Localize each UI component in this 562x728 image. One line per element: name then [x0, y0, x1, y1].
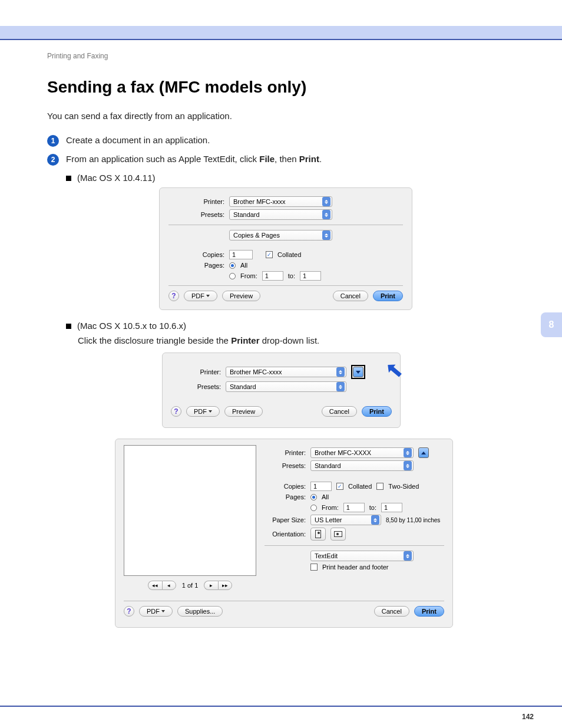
preview-column: ◂◂ ◂ 1 of 1 ▸ ▸▸: [124, 445, 256, 592]
nav-last-button[interactable]: ▸▸: [218, 581, 232, 590]
disclosure-button[interactable]: [353, 367, 363, 377]
from-input[interactable]: 1: [262, 271, 283, 281]
print-dialog-10-4: Printer: Brother MFC-xxxx Presets: Stand…: [159, 187, 412, 310]
page-number: 142: [522, 713, 534, 721]
pages-from-radio[interactable]: [229, 273, 236, 279]
twosided-checkbox[interactable]: [376, 483, 384, 490]
bullet-icon: [66, 176, 71, 181]
presets-select[interactable]: Standard: [226, 381, 346, 392]
step-2: 2 From an application such as Apple Text…: [47, 154, 518, 166]
preview-button[interactable]: Preview: [222, 291, 260, 301]
page-of-label: 1 of 1: [182, 582, 199, 589]
sub-bold: Printer: [231, 335, 259, 345]
bullet-icon: [66, 324, 71, 329]
pages-all-label: All: [322, 493, 329, 500]
pages-all-radio[interactable]: [229, 262, 236, 269]
breadcrumb: Printing and Faxing: [47, 52, 518, 60]
printer-value: Brother MFC-XXXX: [315, 449, 371, 456]
orientation-landscape-button[interactable]: [330, 528, 346, 541]
disclosure-highlight: [351, 365, 365, 379]
papersize-value: US Letter: [315, 516, 342, 523]
pdf-button[interactable]: PDF: [186, 406, 220, 417]
copies-label: Copies:: [265, 483, 306, 490]
pdf-button[interactable]: PDF: [139, 606, 173, 617]
top-accent-bar: [0, 26, 562, 40]
to-input[interactable]: 1: [300, 271, 321, 281]
papersize-label: Paper Size:: [265, 516, 306, 523]
preview-button[interactable]: Preview: [224, 406, 263, 417]
supplies-button[interactable]: Supplies...: [177, 606, 223, 617]
divider: [168, 285, 403, 286]
copies-input[interactable]: 1: [310, 482, 332, 491]
disclosure-collapse-button[interactable]: [418, 447, 429, 458]
presets-select[interactable]: Standard: [310, 460, 414, 471]
printer-value: Brother MFC-xxxx: [233, 198, 286, 205]
step-2-text: From an application such as Apple TextEd…: [66, 154, 322, 166]
orientation-label: Orientation:: [265, 531, 306, 538]
collated-checkbox[interactable]: ✓: [336, 483, 343, 490]
page-title: Sending a fax (MFC models only): [47, 78, 518, 97]
updown-icon: [404, 461, 412, 470]
landscape-icon: [334, 531, 342, 537]
copies-label: Copies:: [168, 251, 224, 258]
chevron-up-icon: [421, 452, 426, 454]
printer-select[interactable]: Brother MFC-xxxx: [229, 196, 332, 207]
printer-label: Printer:: [168, 198, 224, 205]
papersize-select[interactable]: US Letter: [310, 515, 381, 525]
content: Printing and Faxing Sending a fax (MFC m…: [47, 52, 518, 638]
section-value: TextEdit: [315, 552, 338, 559]
collated-checkbox[interactable]: ✓: [266, 251, 273, 258]
print-button[interactable]: Print: [362, 406, 392, 417]
from-input[interactable]: 1: [343, 503, 365, 512]
cancel-button[interactable]: Cancel: [333, 291, 368, 301]
pages-all-radio[interactable]: [310, 494, 317, 500]
step-1-badge: 1: [47, 135, 59, 147]
print-dialog-expanded: ◂◂ ◂ 1 of 1 ▸ ▸▸ Printer:: [115, 439, 453, 628]
sub-suffix: drop-down list.: [260, 335, 320, 345]
updown-icon: [371, 515, 379, 525]
nav-first-button[interactable]: ◂◂: [148, 581, 162, 590]
presets-label: Presets:: [171, 383, 221, 390]
printer-select[interactable]: Brother MFC-XXXX: [310, 447, 414, 458]
headerfooter-checkbox[interactable]: [310, 564, 318, 571]
step-2-mid: , then: [275, 154, 299, 164]
collated-label: Collated: [277, 251, 301, 258]
presets-label: Presets:: [168, 211, 224, 218]
presets-select[interactable]: Standard: [229, 209, 332, 220]
orientation-portrait-button[interactable]: [310, 528, 326, 541]
to-label: to:: [288, 272, 295, 279]
step-1-text: Create a document in an application.: [66, 135, 210, 147]
print-button[interactable]: Print: [414, 606, 444, 617]
twosided-label: Two-Sided: [388, 483, 419, 490]
updown-icon: [404, 448, 412, 457]
nav-prev-button[interactable]: ◂: [162, 581, 176, 590]
divider: [168, 225, 403, 225]
divider: [265, 545, 444, 546]
updown-icon: [336, 382, 345, 391]
step-2-badge: 2: [47, 154, 59, 166]
updown-icon: [322, 230, 330, 240]
bullet-os-104: (Mac OS X 10.4.11): [66, 173, 518, 183]
to-input[interactable]: 1: [381, 503, 402, 512]
pages-from-radio[interactable]: [310, 505, 317, 511]
step-2-print: Print: [299, 154, 319, 164]
nav-next-button[interactable]: ▸: [204, 581, 218, 590]
print-button[interactable]: Print: [373, 291, 403, 301]
copies-input[interactable]: 1: [229, 250, 253, 259]
printer-value: Brother MFC-xxxx: [230, 368, 282, 375]
pages-label: Pages:: [168, 262, 224, 269]
papersize-dim: 8,50 by 11,00 inches: [386, 517, 440, 523]
help-button[interactable]: ?: [168, 291, 179, 301]
cancel-button[interactable]: Cancel: [374, 606, 409, 617]
bullet-os-105: (Mac OS X 10.5.x to 10.6.x): [66, 321, 518, 331]
section-select[interactable]: TextEdit: [310, 551, 414, 561]
printer-select[interactable]: Brother MFC-xxxx: [226, 367, 346, 377]
pages-label: Pages:: [265, 493, 306, 500]
help-button[interactable]: ?: [124, 606, 134, 617]
bullet-os-105-text: (Mac OS X 10.5.x to 10.6.x): [77, 321, 186, 331]
updown-icon: [336, 367, 345, 377]
cancel-button[interactable]: Cancel: [322, 406, 357, 417]
help-button[interactable]: ?: [171, 406, 181, 417]
section-select[interactable]: Copies & Pages: [229, 230, 332, 241]
pdf-button[interactable]: PDF: [184, 291, 217, 301]
